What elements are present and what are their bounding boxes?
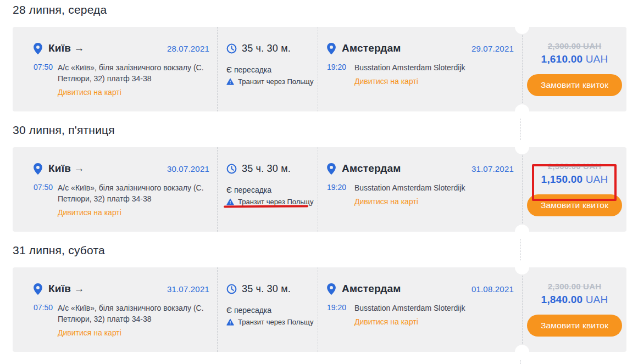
current-price: 1,610.00 UAH: [523, 53, 626, 65]
duration-section: 35 ч. 30 м. Є пересадка Транзит через По…: [217, 147, 318, 232]
arrival-city: Амстердам: [342, 42, 401, 54]
clock-icon: [226, 164, 237, 174]
arrival-date: 31.07.2021: [471, 164, 514, 173]
map-pin-icon: [34, 163, 42, 175]
departure-time: 07:50: [34, 182, 58, 218]
transit-note: Транзит через Польщу: [238, 318, 313, 326]
arrival-section: Амстердам 01.08.2021 19:20 Busstation Am…: [318, 267, 522, 352]
order-ticket-button[interactable]: Замовити квиток: [527, 315, 622, 337]
duration-section: 35 ч. 30 м. Є пересадка Транзит через По…: [217, 267, 318, 352]
transit-note: Транзит через Польщу: [238, 198, 313, 206]
warning-triangle-icon: [226, 198, 234, 205]
departure-city: Київ →: [48, 42, 85, 54]
arrival-date: 01.08.2021: [471, 284, 514, 294]
map-pin-icon: [34, 43, 42, 54]
price-amount: 1,150.00: [541, 173, 583, 185]
clock-icon: [226, 284, 237, 294]
order-ticket-button[interactable]: Замовити квиток: [527, 194, 622, 216]
departure-section: Київ → 31.07.2021 07:50 А/с «Київ», біля…: [13, 267, 217, 352]
warning-triangle-icon: [226, 78, 234, 85]
ticket-notch: [515, 104, 529, 119]
departure-time: 07:50: [34, 62, 58, 98]
current-price: 1,150.00 UAH: [523, 173, 626, 186]
ticket-notch: [515, 345, 529, 359]
perforation-line: [520, 360, 521, 364]
arrival-section: Амстердам 31.07.2021 19:20 Busstation Am…: [318, 147, 522, 232]
ticket-notch: [515, 225, 529, 239]
departure-time: 07:50: [34, 303, 58, 338]
departure-address: А/с «Київ», біля залізничного вокзалу (С…: [58, 63, 204, 83]
arrival-station: Busstation Amsterdam Sloterdijk: [354, 183, 465, 192]
price-currency: UAH: [586, 173, 608, 185]
ticket-card: Київ → 28.07.2021 07:50 А/с «Київ», біля…: [13, 27, 626, 111]
perforation-line: [520, 119, 521, 140]
arrival-station: Busstation Amsterdam Sloterdijk: [354, 304, 465, 312]
arrival-time: 19:20: [327, 62, 354, 87]
price-section: 2,300.00 UAH 1,150.00 UAH Замовити квито…: [522, 147, 626, 232]
price-amount: 1,610.00: [541, 53, 583, 65]
departure-map-link[interactable]: Дивитися на карті: [58, 207, 121, 218]
order-ticket-button[interactable]: Замовити квиток: [527, 74, 622, 96]
old-price: 2,300.00 UAH: [523, 41, 626, 51]
transit-note: Транзит через Польщу: [238, 77, 313, 86]
price-section: 2,300.00 UAH 1,840.00 UAH Замовити квито…: [522, 267, 626, 352]
price-amount: 1,840.00: [541, 294, 583, 305]
clock-icon: [226, 43, 237, 54]
ticket-notch: [515, 140, 529, 154]
duration-text: 35 ч. 30 м.: [242, 163, 291, 175]
map-pin-icon: [327, 43, 336, 54]
search-results: 28 липня, середа Київ → 28.07.2021 07:50…: [0, 0, 638, 364]
departure-date: 31.07.2021: [167, 284, 209, 294]
arrival-time: 19:20: [327, 303, 354, 327]
departure-map-link[interactable]: Дивитися на карті: [58, 87, 121, 98]
arrival-section: Амстердам 29.07.2021 19:20 Busstation Am…: [318, 27, 522, 111]
duration-text: 35 ч. 30 м.: [242, 43, 291, 54]
departure-section: Київ → 28.07.2021 07:50 А/с «Київ», біля…: [13, 27, 217, 111]
arrival-map-link[interactable]: Дивитися на карті: [354, 316, 418, 327]
arrival-date: 29.07.2021: [471, 44, 514, 53]
departure-city: Київ →: [48, 283, 85, 295]
day-header: 31 липня, субота: [13, 244, 638, 256]
ticket-card: Київ → 31.07.2021 07:50 А/с «Київ», біля…: [13, 267, 626, 352]
transfer-note: Є пересадка: [226, 186, 313, 194]
map-pin-icon: [34, 283, 42, 295]
day-header: 28 липня, середа: [13, 4, 638, 16]
transfer-note: Є пересадка: [226, 306, 313, 315]
arrival-map-link[interactable]: Дивитися на карті: [354, 76, 418, 87]
current-price: 1,840.00 UAH: [523, 294, 626, 306]
departure-map-link[interactable]: Дивитися на карті: [58, 327, 121, 338]
departure-city: Київ →: [48, 163, 85, 175]
ticket-card: Київ → 30.07.2021 07:50 А/с «Київ», біля…: [13, 147, 626, 232]
ticket-notch: [515, 260, 529, 275]
old-price: 2,300.00 UAH: [523, 161, 626, 171]
map-pin-icon: [327, 163, 336, 175]
price-section: 2,300.00 UAH 1,610.00 UAH Замовити квито…: [522, 27, 626, 111]
departure-address: А/с «Київ», біля залізничного вокзалу (С…: [58, 304, 204, 323]
arrival-city: Амстердам: [342, 163, 401, 175]
departure-address: А/с «Київ», біля залізничного вокзалу (С…: [58, 183, 204, 203]
arrival-station: Busstation Amsterdam Sloterdijk: [354, 63, 465, 72]
price-currency: UAH: [586, 294, 608, 305]
perforation-line: [520, 239, 521, 261]
departure-date: 30.07.2021: [167, 164, 209, 173]
old-price: 2,300.00 UAH: [523, 282, 626, 291]
arrival-city: Амстердам: [342, 283, 401, 295]
day-header: 30 липня, п'ятниця: [13, 124, 638, 136]
arrival-time: 19:20: [327, 182, 354, 207]
duration-section: 35 ч. 30 м. Є пересадка Транзит через По…: [217, 27, 318, 111]
ticket-notch: [515, 20, 529, 34]
warning-triangle-icon: [226, 318, 234, 326]
departure-date: 28.07.2021: [167, 44, 209, 53]
price-currency: UAH: [586, 53, 608, 65]
transfer-note: Є пересадка: [226, 65, 313, 74]
departure-section: Київ → 30.07.2021 07:50 А/с «Київ», біля…: [13, 147, 217, 232]
map-pin-icon: [327, 283, 336, 295]
duration-text: 35 ч. 30 м.: [242, 283, 291, 295]
arrival-map-link[interactable]: Дивитися на карті: [354, 196, 418, 207]
